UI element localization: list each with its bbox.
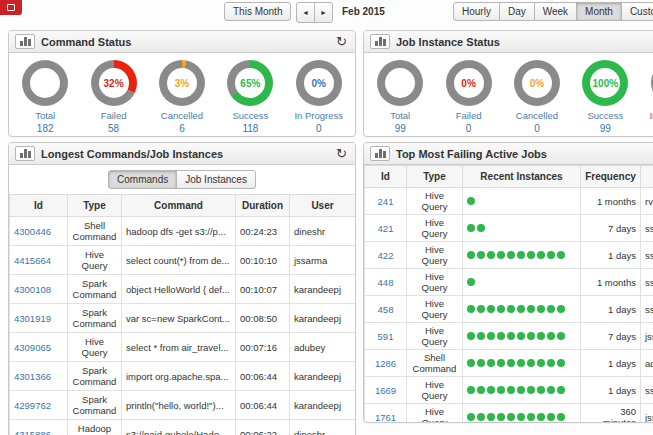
command-id-link[interactable]: 4300108 (14, 284, 51, 295)
donut-value[interactable]: 118 (242, 123, 258, 134)
cell-id: 4415664 (10, 246, 68, 275)
range-week-button[interactable]: Week (534, 2, 577, 21)
command-id-link[interactable]: 4300446 (14, 226, 51, 237)
donut-value[interactable]: 182 (37, 123, 54, 134)
cell-user: karandeepj (290, 391, 356, 420)
failing-jobs-panel: Top Most Failing Active Jobs ↻ Id Type R… (363, 142, 653, 423)
donut-label: Failed (101, 110, 127, 121)
table-header-row: Id Type Command Duration User (10, 195, 356, 217)
job-id-link[interactable]: 422 (378, 250, 394, 261)
job-id-link[interactable]: 1286 (375, 358, 396, 369)
cell-duration: 00:24:23 (236, 217, 290, 246)
cell-user: adubey (290, 333, 356, 362)
cell-type: Hive Query (407, 215, 463, 242)
command-id-link[interactable]: 4301919 (14, 313, 51, 324)
donut-value[interactable]: 58 (108, 123, 119, 134)
command-id-link[interactable]: 4299762 (14, 400, 51, 411)
cell-type: Hive Query (407, 377, 463, 404)
recent-instances-dots (467, 331, 567, 342)
donut-chart: 65% (227, 60, 273, 106)
recent-instances-dots (467, 304, 567, 315)
col-id: Id (10, 195, 68, 217)
dashboard: This Month ◄ ► Feb 2015 Hourly Day Week … (0, 0, 653, 435)
table-row: 4309065 Hive Query select * from air_tra… (10, 333, 356, 362)
job-id-link[interactable]: 448 (378, 277, 394, 288)
cell-type: Hive Query (407, 404, 463, 424)
donut-chart: 0% (514, 60, 560, 106)
job-id-link[interactable]: 1669 (375, 385, 396, 396)
failing-jobs-table: Id Type Recent Instances Frequency User … (364, 165, 653, 423)
range-custom-button[interactable]: Custom (621, 2, 653, 21)
cell-type: Hadoop Job (68, 420, 122, 435)
donut-chart: 100% (582, 60, 628, 106)
donut-label: Cancelled (161, 110, 203, 121)
tab-commands[interactable]: Commands (108, 170, 177, 189)
range-day-button[interactable]: Day (499, 2, 535, 21)
range-hourly-button[interactable]: Hourly (453, 2, 500, 21)
cell-user: dineshr (290, 420, 356, 435)
range-month-button[interactable]: Month (576, 2, 622, 21)
recent-instances-dots (467, 358, 567, 369)
table-row: 458 Hive Query 1 days sshaik (365, 296, 653, 323)
donut-label: Failed (456, 110, 482, 121)
job-id-link[interactable]: 591 (378, 331, 394, 342)
prev-period-button[interactable]: ◄ (296, 2, 315, 23)
job-id-link[interactable]: 1761 (375, 412, 396, 423)
refresh-icon[interactable]: ↻ (334, 35, 349, 48)
donut-total: Total 99 (366, 60, 434, 134)
cell-frequency: 1 months (581, 188, 641, 215)
donut-chart: 0% (446, 60, 492, 106)
table-row: 4301366 Spark Command import org.apache.… (10, 362, 356, 391)
cell-type: Hive Query (68, 333, 122, 362)
donut-value[interactable]: 99 (395, 123, 406, 134)
this-month-button[interactable]: This Month (224, 2, 291, 21)
donut-in-progress: 0% In Progress 0 (640, 60, 653, 134)
donut-percent: 32% (104, 78, 124, 89)
job-id-link[interactable]: 421 (378, 223, 394, 234)
cell-id: 4300446 (10, 217, 68, 246)
cell-type: Hive Query (68, 246, 122, 275)
longest-commands-header: Longest Commands/Job Instances ↻ (9, 143, 355, 165)
refresh-icon[interactable]: ↻ (334, 147, 349, 160)
cell-id: 4301919 (10, 304, 68, 333)
command-id-link[interactable]: 4315886 (14, 429, 51, 435)
tab-job-instances[interactable]: Job Instances (176, 170, 256, 189)
command-id-link[interactable]: 4301366 (14, 371, 51, 382)
table-row: 421 Hive Query 7 days sshaik (365, 215, 653, 242)
cell-id: 591 (365, 323, 407, 350)
cell-recent-instances (463, 242, 581, 269)
cell-frequency: 7 days (581, 215, 641, 242)
donut-value[interactable]: 0 (316, 123, 322, 134)
cell-command: println("hello, world!")... (122, 391, 236, 420)
donut-percent: 100% (593, 78, 619, 89)
table-row: 422 Hive Query 1 days sshaik (365, 242, 653, 269)
cell-command: var sc=new SparkCont... (122, 304, 236, 333)
cell-type: Spark Command (68, 391, 122, 420)
cell-id: 4309065 (10, 333, 68, 362)
job-id-link[interactable]: 241 (378, 196, 394, 207)
cell-recent-instances (463, 215, 581, 242)
cell-user: sshaik (641, 242, 653, 269)
col-type: Type (407, 166, 463, 188)
job-instance-status-panel: Job Instance Status ↻ Total 99 0% Failed… (363, 30, 653, 137)
col-user: User (641, 166, 653, 188)
job-id-link[interactable]: 458 (378, 304, 394, 315)
cell-duration: 00:06:44 (236, 362, 290, 391)
command-id-link[interactable]: 4415664 (14, 255, 51, 266)
table-row: 1669 Hive Query 1 days sshaik (365, 377, 653, 404)
command-status-header: Command Status ↻ (9, 31, 355, 53)
command-status-panel: Command Status ↻ Total 182 32% Failed 58… (8, 30, 356, 137)
donut-value[interactable]: 0 (534, 123, 540, 134)
cell-user: sshaik (641, 296, 653, 323)
command-id-link[interactable]: 4309065 (14, 342, 51, 353)
next-period-button[interactable]: ► (314, 2, 333, 23)
donut-value[interactable]: 0 (466, 123, 472, 134)
donut-percent: 0% (312, 78, 326, 89)
table-row: 4415664 Hive Query select count(*) from … (10, 246, 356, 275)
table-row: 1761 Hive Query 360 minutes jssarma (365, 404, 653, 424)
donut-label: Cancelled (516, 110, 558, 121)
cell-type: Spark Command (68, 304, 122, 333)
donut-value[interactable]: 6 (179, 123, 185, 134)
donut-value[interactable]: 99 (600, 123, 611, 134)
cell-frequency: 1 months (581, 269, 641, 296)
